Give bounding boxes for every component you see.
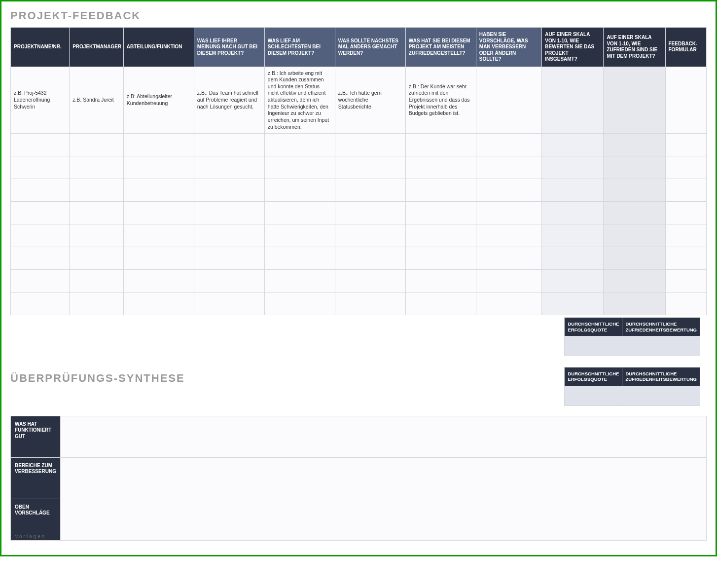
avg-satisfaction-label-2: DURCHSCHNITTLICHE ZUFRIEDENHEITSBEWERTUN… [622,368,700,386]
avg-satisfaction-label: DURCHSCHNITTLICHE ZUFRIEDENHEITSBEWERTUN… [622,318,700,336]
table-row [11,134,707,156]
syn-cell-good[interactable] [60,416,706,457]
col-abteilung: ABTEILUNG/FUNKTION [123,28,194,67]
avg-success-value[interactable] [565,336,622,356]
avg-satisfaction-value[interactable] [622,336,700,356]
cell[interactable]: z.B.: Ich arbeite eng mit dem Kunden zus… [264,67,335,134]
table-row [11,179,707,202]
avg-table-1: DURCHSCHNITTLICHE ERFOLGSQUOTE DURCHSCHN… [564,317,707,356]
cell[interactable]: z.B. Sandra Jureit [70,67,124,134]
syn-cell-improve[interactable] [60,457,706,499]
cell[interactable]: z.B.: Das Team hat schnell auf Probleme … [194,67,264,134]
table-row [11,270,707,293]
document-page: PROJEKT-FEEDBACK PROJEKTNAME/NR. PROJEKT… [0,0,717,556]
col-skala-projekt: AUF EINER SKALA VON 1-10, WIE BEWERTEN S… [542,28,604,67]
col-zufrieden: WAS HAT SIE BEI DIESEM PROJEKT AM MEISTE… [405,28,476,67]
col-projektname: PROJEKTNAME/NR. [11,28,70,67]
avg-block-1: DURCHSCHNITTLICHE ERFOLGSQUOTE DURCHSCHN… [10,317,707,356]
cell[interactable] [476,67,541,134]
col-gut: WAS LIEF IHRER MEINUNG NACH GUT BEI DIES… [194,28,264,67]
feedback-table: PROJEKTNAME/NR. PROJEKTMANAGER ABTEILUNG… [10,27,707,315]
avg-table-2: DURCHSCHNITTLICHE ERFOLGSQUOTE DURCHSCHN… [564,367,707,406]
syn-label-improve: BEREICHE ZUM VERBESSERUNG [11,457,61,499]
syn-row-good: WAS HAT FUNKTIONIERT GUT [11,416,707,457]
avg-satisfaction-value-2[interactable] [622,386,700,405]
table-row [11,202,707,224]
table-row [11,247,707,270]
table-row: z.B. Proj-5432 Ladeneröffnung Schwerin z… [11,67,707,134]
col-formular: FEEDBACK-FORMULAR [665,28,706,67]
table-row [11,224,707,247]
col-schlecht: WAS LIEF AM SCHLECHTESTEN BEI DIESEM PRO… [264,28,335,67]
syn-row-improve: BEREICHE ZUM VERBESSERUNG [11,457,707,499]
table-row [11,156,707,179]
cell[interactable]: z.B.: Der Kunde war sehr zufrieden mit d… [405,67,476,134]
col-skala-zufrieden: AUF EINER SKALA VON 1-10, WIE ZUFRIEDEN … [604,28,665,67]
cell[interactable] [604,67,665,134]
col-projektmanager: PROJEKTMANAGER [70,28,124,67]
table-header-row: PROJEKTNAME/NR. PROJEKTMANAGER ABTEILUNG… [11,28,707,67]
feedback-title: PROJEKT-FEEDBACK [10,9,707,22]
cell[interactable] [665,67,706,134]
cell[interactable]: z.B. Proj-5432 Ladeneröffnung Schwerin [11,67,70,134]
col-vorschlaege: HABEN SIE VORSCHLÄGE, WAS MAN VERBESSERN… [476,28,541,67]
table-row [11,293,707,315]
synthesis-title: ÜBERPRÜFUNGS-SYNTHESE [10,372,185,385]
col-anders: WAS SOLLTE NÄCHSTES MAL ANDERS GEMACHT W… [335,28,405,67]
avg-success-value-2[interactable] [565,386,622,405]
cell[interactable]: z.B: Abteilungsleiter Kundenbetreuung [123,67,194,134]
watermark: vorlagen [15,534,712,539]
cell[interactable]: z.B.: Ich hätte gern wöchentliche Status… [335,67,405,134]
synthesis-table: WAS HAT FUNKTIONIERT GUT BEREICHE ZUM VE… [10,416,707,541]
cell[interactable] [542,67,604,134]
avg-success-label: DURCHSCHNITTLICHE ERFOLGSQUOTE [565,318,622,336]
syn-label-good: WAS HAT FUNKTIONIERT GUT [11,416,61,457]
avg-success-label-2: DURCHSCHNITTLICHE ERFOLGSQUOTE [565,368,622,386]
